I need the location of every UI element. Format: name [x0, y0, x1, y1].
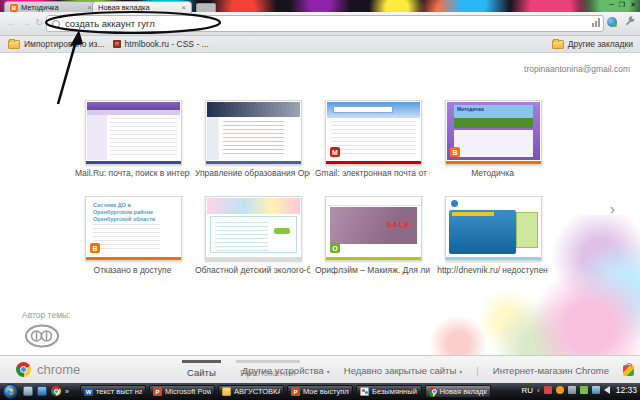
- accent-bar: [326, 257, 421, 260]
- bookmark-htmlbook[interactable]: htmlbook.ru - CSS - ...: [113, 39, 209, 49]
- web-store-link[interactable]: Интернет-магазин Chrome: [493, 365, 609, 376]
- network-icon[interactable]: [592, 386, 600, 394]
- thumbnail-dnevnik[interactable]: [445, 196, 542, 261]
- thumbnail-title[interactable]: Орифлэйм – Макияж. Для лица...: [315, 265, 430, 275]
- blogger-logo-icon: B: [450, 147, 460, 157]
- dropdown-arrow-icon: ▾: [327, 369, 330, 375]
- thumbnail-mailru[interactable]: [85, 100, 182, 165]
- back-icon[interactable]: ←: [7, 17, 17, 28]
- site-preview: [207, 102, 300, 160]
- tab-label: Методичка: [21, 3, 84, 12]
- bookmark-imported-folder[interactable]: Импортировано из...: [8, 39, 105, 49]
- site-preview: Методичка B: [447, 102, 540, 160]
- thumbnail-title[interactable]: Областной детский эколого-би...: [195, 265, 310, 275]
- thumbnail-oriflame[interactable]: SALE O: [325, 196, 422, 261]
- volume-icon[interactable]: [604, 386, 610, 394]
- other-bookmarks-button[interactable]: Другие закладки: [552, 39, 633, 49]
- theme-author-logo[interactable]: [24, 324, 60, 348]
- tray-status-icon[interactable]: [580, 386, 588, 394]
- maximize-icon[interactable]: ❐: [619, 0, 625, 10]
- next-page-arrow[interactable]: ›: [610, 200, 615, 217]
- web-store-bag-icon[interactable]: [623, 365, 634, 376]
- thumbnail-title[interactable]: Управление образования Орен...: [195, 168, 310, 178]
- taskbar-button-powerpoint[interactable]: P Microsoft PowerP...: [149, 385, 215, 398]
- antivirus-icon[interactable]: [556, 386, 564, 394]
- accent-bar: [86, 161, 181, 164]
- oriflame-logo-icon: O: [330, 243, 340, 253]
- thumbnail-title[interactable]: http://dnevnik.ru/ недоступен: [435, 265, 550, 275]
- browser-toolbar: ← → ↻ создать аккаунт гугл: [0, 12, 640, 36]
- omnibox-query[interactable]: создать аккаунт гугл: [65, 18, 155, 29]
- site-preview: M: [327, 102, 420, 160]
- tray-expand-icon[interactable]: ‹: [537, 386, 540, 395]
- chrome-brand: chrome: [16, 362, 80, 377]
- site-inner-text: SALE: [387, 220, 410, 229]
- thumbnail-metodichka[interactable]: Методичка B: [445, 100, 542, 165]
- language-indicator[interactable]: RU: [521, 386, 533, 395]
- thumbnail-title[interactable]: Mail.Ru: почта, поиск в интерне...: [75, 168, 190, 178]
- accent-bar: [326, 161, 421, 164]
- accent-bar: [206, 257, 301, 260]
- extension-icon[interactable]: [607, 17, 617, 27]
- paint-icon: [360, 387, 369, 396]
- bookmark-label: htmlbook.ru - CSS - ...: [125, 39, 209, 49]
- close-icon[interactable]: ✕: [630, 0, 636, 10]
- footer-tab-sites[interactable]: Сайты: [182, 360, 221, 378]
- recently-closed-button[interactable]: Недавно закрытые сайты▾: [344, 365, 463, 376]
- site-preview: [447, 198, 540, 256]
- accent-bar: [86, 257, 181, 260]
- thumbnail-title[interactable]: Отказано в доступе: [75, 265, 190, 275]
- site-preview: SALE O: [327, 198, 420, 256]
- reload-icon[interactable]: ↻: [35, 17, 43, 28]
- tab-label: Новая вкладка: [98, 3, 178, 12]
- site-preview: Система ДО в Оренбургском районе Оренбур…: [87, 198, 180, 256]
- wrench-menu-icon[interactable]: [624, 16, 636, 28]
- bookmarks-bar: Импортировано из... htmlbook.ru - CSS - …: [0, 36, 640, 53]
- site-favicon-icon: [113, 40, 121, 48]
- tray-app-icon[interactable]: [544, 386, 552, 394]
- thumbnail-sistema-do[interactable]: Система ДО в Оренбургском районе Оренбур…: [85, 196, 182, 261]
- omnibox[interactable]: создать аккаунт гугл: [46, 15, 604, 32]
- quicklaunch-overflow-icon[interactable]: »: [65, 388, 69, 395]
- accent-bar: [446, 161, 541, 164]
- explorer-icon[interactable]: [37, 386, 47, 396]
- stats-extension-icon[interactable]: [592, 18, 600, 27]
- tab-new-tab[interactable]: Новая вкладка ×: [92, 1, 192, 13]
- folder-icon: [222, 387, 231, 396]
- accent-bar: [446, 257, 541, 260]
- new-tab-page: tropinaantonina@gmail.com Mail.Ru: почта…: [0, 52, 640, 355]
- site-inner-text: Методичка: [457, 106, 484, 112]
- folder-icon: [8, 40, 20, 49]
- taskbar-button-chrome[interactable]: Новая вкладка - ...: [425, 385, 491, 398]
- thumbnail-ekologo[interactable]: [205, 196, 302, 261]
- taskbar-button-word[interactable]: W текст выст на авг...: [80, 385, 146, 398]
- thumbnail-gmail[interactable]: M: [325, 100, 422, 165]
- blogger-favicon-icon: B: [10, 4, 18, 12]
- display-icon[interactable]: [568, 386, 576, 394]
- taskbar-button-folder[interactable]: АВГУСТОВКА: [218, 385, 284, 398]
- show-desktop-icon[interactable]: [23, 386, 33, 396]
- thumbnail-upravlenie[interactable]: [205, 100, 302, 165]
- thumbnail-title[interactable]: Gmail: электронная почта от Go...: [315, 168, 430, 178]
- taskbar-button-paint[interactable]: Безымянный - P...: [356, 385, 422, 398]
- search-icon: [52, 20, 60, 28]
- minimize-icon[interactable]: ─: [609, 0, 614, 10]
- browser-window: B Методичка × Новая вкладка × ─ ❐ ✕ ← → …: [0, 0, 640, 400]
- word-icon: W: [84, 387, 93, 396]
- account-email[interactable]: tropinaantonina@gmail.com: [524, 64, 630, 74]
- powerpoint-icon: P: [291, 387, 300, 396]
- powerpoint-icon: P: [153, 387, 162, 396]
- taskbar-button-presentation[interactable]: P Мое выступлени...: [287, 385, 353, 398]
- site-preview: [87, 102, 180, 160]
- chrome-quicklaunch-icon[interactable]: [51, 386, 61, 396]
- chrome-icon: [429, 387, 436, 397]
- start-button[interactable]: [3, 384, 18, 399]
- close-tab-icon[interactable]: ×: [181, 4, 186, 12]
- thumbnail-title[interactable]: Методичка: [435, 168, 550, 178]
- forward-icon[interactable]: →: [21, 17, 31, 28]
- taskbar-clock[interactable]: 12:33: [616, 385, 637, 395]
- site-inner-text: Система ДО в Оренбургском районе Оренбур…: [93, 202, 160, 223]
- accent-bar: [206, 161, 301, 164]
- other-devices-button[interactable]: Другие устройства▾: [242, 365, 330, 376]
- new-tab-footer: chrome Сайты Приложения Другие устройств…: [0, 355, 640, 384]
